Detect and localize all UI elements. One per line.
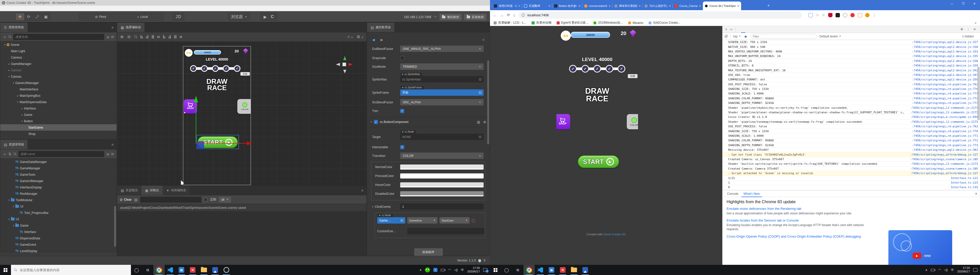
back-icon[interactable]: ← (493, 13, 497, 17)
search-icon[interactable] (8, 35, 11, 38)
inspector-scrollbar[interactable] (487, 60, 489, 144)
clickevents-label[interactable]: ▾ClickEvents (367, 205, 400, 209)
asset-node[interactable]: GameUIManager (0, 178, 117, 184)
expand-arrow-icon[interactable]: ▾ (11, 224, 15, 227)
message-source-link[interactable]: :7456/scripting/engi…e.cocos/game.js:694 (905, 115, 978, 119)
translate-icon[interactable] (808, 13, 813, 17)
camera-view-dropdown[interactable]: ⌗ ▼ (348, 35, 353, 39)
devtools-tab[interactable] (770, 26, 774, 33)
taskbar-app-blue-icon[interactable]: ▦ (176, 265, 187, 275)
hierarchy-node[interactable]: Shop (0, 131, 117, 137)
src-blend-dropdown[interactable]: SRC_ALPHA▼ (400, 99, 484, 106)
wechat-icon[interactable] (425, 267, 430, 272)
picker-icon[interactable]: ⊡ (401, 218, 403, 222)
message-source-link[interactable]: :7456/scripting/engi…rd-pipeline.js:771 (907, 134, 978, 138)
devtools-tab[interactable] (757, 26, 762, 33)
asset-node[interactable]: Interface (0, 229, 117, 235)
taskbar-app-blue-icon[interactable]: ▦ (546, 265, 557, 275)
refresh-icon[interactable]: ⟳ (111, 35, 114, 39)
zoom-in-icon[interactable]: ⊕ (120, 34, 124, 39)
scene-tab[interactable]: ▦场景编辑器 (117, 23, 145, 32)
taskbar-explorer-icon[interactable] (568, 265, 579, 275)
message-source-link[interactable]: :7456/scripting/engi…l2-commands.js:2173 (905, 162, 978, 166)
expand-arrow-icon[interactable]: ▸ (16, 95, 20, 97)
switch-button[interactable]: 切换 (240, 72, 250, 76)
devtools-tab[interactable] (745, 26, 749, 33)
log-levels-dropdown[interactable]: Default levels▼ (819, 35, 841, 38)
expand-arrow-icon[interactable]: ▾ (11, 82, 15, 84)
assets-tab[interactable]: ▤资源管理器 (0, 140, 27, 149)
tab-asset-preview[interactable]: ▤资源预览 (117, 186, 142, 195)
taskbar-clock[interactable]: 17:202020/6/17 (467, 266, 480, 273)
gizmo-y-arrow[interactable] (194, 96, 198, 102)
pressed-color-swatch[interactable] (400, 174, 484, 179)
hierarchy-node[interactable]: ▸ Canvas (0, 67, 117, 73)
ime-indicator[interactable]: 中 (951, 268, 954, 272)
scale-tool-icon[interactable]: ⤢ (33, 13, 41, 21)
message-source-link[interactable]: :7456/scripting/engi…rd-pipeline.js:762 (907, 125, 978, 128)
clear-console-icon[interactable] (724, 35, 728, 38)
hierarchy-node[interactable]: ▾ Canvas (0, 73, 117, 80)
message-source-link[interactable]: :7456/scripting/engi…egl2-device.js:339 (907, 64, 978, 67)
normal-color-swatch[interactable] (400, 164, 484, 169)
tab-close-icon[interactable]: ✕ (639, 5, 641, 7)
home-icon[interactable]: ⌂ (513, 13, 515, 17)
add-asset-icon[interactable]: ＋ (3, 152, 6, 156)
hierarchy-node[interactable]: ▸ GameManager (0, 61, 117, 67)
expand-arrow-icon[interactable]: ▾ (371, 121, 372, 123)
hover-color-swatch[interactable] (400, 182, 484, 187)
asset-node[interactable]: LevelDisplay (0, 248, 117, 254)
panel-menu-icon[interactable]: ≡ (108, 140, 117, 149)
devtools-close-icon[interactable]: ✕ (974, 27, 976, 31)
hierarchy-node[interactable]: Camera (0, 54, 117, 61)
regex-checkbox[interactable] (204, 198, 207, 201)
asset-node[interactable]: GameDataManager (0, 159, 117, 165)
inspector-tab[interactable]: ▤属性检查器 (367, 23, 394, 32)
scene-gear-dropdown[interactable]: ⚙ ▼ (356, 34, 363, 39)
asset-node[interactable]: DispersedData (0, 235, 117, 242)
action-center-icon[interactable]: 2 (483, 268, 487, 272)
task-view-icon[interactable]: ⧉ (142, 265, 153, 275)
collapse-all-icon[interactable]: ⇲ (106, 35, 109, 39)
expand-arrow-icon[interactable]: ▾ (3, 44, 6, 46)
bookmark-item[interactable]: 吾爱破解 - LCG - L... (493, 21, 527, 25)
expand-arrow-icon[interactable]: ▾ (11, 205, 15, 208)
event-component-dropdown[interactable]: GameEve▼ (407, 217, 438, 224)
message-source-link[interactable]: :7456/scripting/engi…egl2-device.js:330 (907, 45, 978, 49)
clickevents-count[interactable]: 1 (400, 204, 484, 210)
taskbar-chrome-icon[interactable] (153, 265, 165, 275)
local-button[interactable]: ◑Local (134, 15, 151, 19)
close-button[interactable]: ✕ (969, 0, 980, 7)
bookmark-item[interactable]: Mixamo (628, 21, 643, 25)
project-path-button[interactable]: 项目路径 (439, 14, 462, 21)
gizmo-xy-handle[interactable] (197, 141, 204, 149)
tray-expand-icon[interactable]: ∧ (925, 268, 928, 272)
bookmark-item[interactable]: 2019Windows软... (593, 21, 623, 25)
align-right-icon[interactable] (152, 35, 154, 38)
event-handler-dropdown[interactable]: StartGam▼ (439, 217, 469, 224)
shop-button[interactable]: SHOP (556, 114, 570, 130)
taskbar-vscode-icon[interactable] (535, 265, 546, 275)
picker-icon[interactable]: ⊡ (479, 135, 482, 139)
tab-close-icon[interactable]: ✕ (669, 5, 671, 7)
message-source-link[interactable]: :7456/scripting/engi…egl2-device.js:362 (907, 148, 978, 152)
asset-node[interactable]: ▾ UI (0, 203, 117, 210)
omnibox[interactable]: i (519, 11, 802, 19)
message-source-link[interactable]: :7456/scripting/engi…rd-pipeline.js:770 (907, 130, 978, 133)
gizmo-x-arrow[interactable] (247, 141, 252, 145)
gizmo-x-axis[interactable] (197, 143, 248, 144)
spriteatlas-field[interactable]: ◆cc.SpriteAtlas cc.SpriteAtlas⊡ (400, 76, 484, 82)
install-path-button[interactable]: 安装路径 (464, 14, 487, 21)
browser-tab[interactable]: 脚本和引擎脱离联系了 - Cr ✕ (612, 2, 643, 10)
tray-expand-icon[interactable]: ∧ (420, 268, 422, 272)
taskbar-app-x-icon[interactable]: ✕ (187, 265, 198, 275)
picker-icon[interactable]: ⊡ (479, 91, 482, 95)
align-top-icon[interactable] (158, 36, 159, 38)
devtools-gear-icon[interactable]: ⚙ (960, 27, 963, 31)
hierarchy-search-input[interactable] (13, 34, 104, 40)
game-canvas[interactable]: ★★ 100/20 20 LEVEL 40000 ✓ ✓ ✓ ✓ ✓ 切换 DR… (556, 27, 638, 231)
grayscale-checkbox[interactable] (400, 56, 404, 60)
clear-button[interactable]: ⊘Clear (120, 198, 132, 201)
panel-menu-icon[interactable]: ≡ (108, 23, 117, 32)
trim-checkbox[interactable]: ✓ (400, 109, 404, 113)
